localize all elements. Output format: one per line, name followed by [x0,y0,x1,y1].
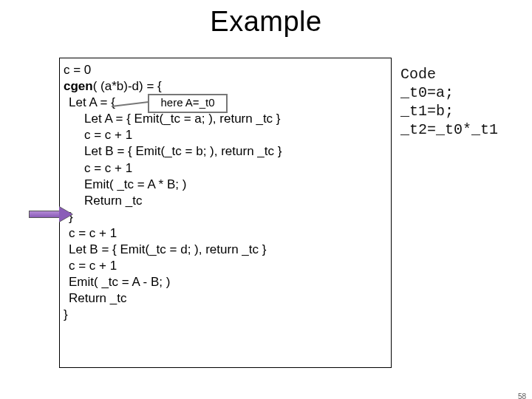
code-line: } [64,209,389,225]
connector-line-icon [112,100,149,105]
code-line: cgen( (a*b)-d) = { [64,78,389,95]
code-text: ( (a*b)-d) = { [93,79,162,93]
code-line: c = c + 1 [64,225,389,242]
code-line: Let B = { Emit(_tc = b; ), return _tc } [64,143,389,160]
code-line: Emit( _tc = A * B; ) [64,177,389,193]
page-number: 58 [518,392,526,399]
code-line: c = 0 [64,62,389,78]
slide: Example here A=_t0 c = 0 cgen( (a*b)-d) … [0,6,532,399]
code-line: Return _tc [64,290,389,307]
emitted-line: _t0=a; [400,83,498,102]
code-line: c = c + 1 [64,127,389,143]
code-line: c = c + 1 [64,160,389,177]
emitted-code-block: Code _t0=a; _t1=b; _t2=_t0*_t1 [400,65,498,139]
annotation-label: here A=_t0 [148,94,228,113]
code-line: Return _tc [64,193,389,209]
code-line: Let B = { Emit(_tc = d; ), return _tc } [64,242,389,258]
svg-line-0 [112,102,149,106]
emitted-line: _t2=_t0*_t1 [400,120,498,139]
code-line: c = c + 1 [64,258,389,274]
emitted-line: _t1=b; [400,102,498,120]
code-line: Let A = { Emit(_tc = a; ), return _tc } [64,111,389,127]
code-line: } [64,307,389,323]
code-line: Emit( _tc = A - B; ) [64,274,389,290]
keyword-cgen: cgen [64,79,93,93]
emitted-heading: Code [400,65,498,83]
pointer-arrow-icon [29,207,78,222]
slide-title: Example [0,6,532,38]
